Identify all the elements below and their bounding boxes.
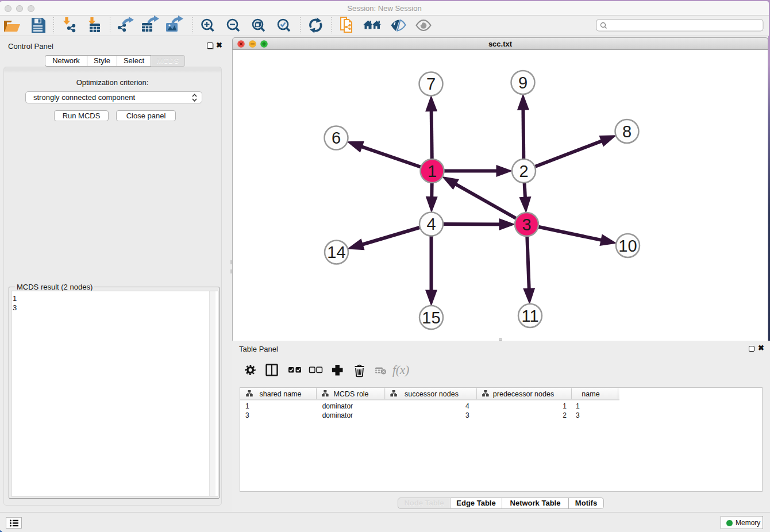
svg-text:1: 1 (563, 402, 567, 410)
svg-text:2: 2 (519, 162, 528, 180)
svg-text:1: 1 (245, 402, 249, 410)
svg-text:2: 2 (563, 411, 567, 419)
svg-text:MCDS role: MCDS role (333, 390, 368, 398)
svg-text:successor nodes: successor nodes (405, 390, 459, 398)
svg-text:1: 1 (576, 402, 580, 410)
svg-text:name: name (582, 390, 599, 398)
svg-text:shared name: shared name (260, 390, 302, 398)
svg-text:3: 3 (465, 411, 469, 419)
svg-text:3: 3 (576, 411, 580, 419)
svg-text:11: 11 (521, 307, 538, 325)
svg-text:3: 3 (522, 215, 531, 234)
svg-text:10: 10 (618, 237, 637, 255)
svg-text:4: 4 (426, 215, 436, 233)
svg-text:dominator: dominator (322, 402, 353, 410)
svg-text:15: 15 (422, 309, 440, 327)
svg-text:14: 14 (327, 243, 345, 261)
svg-text:9: 9 (518, 74, 528, 92)
svg-text:f(x): f(x) (392, 363, 409, 377)
svg-text:predecessor nodes: predecessor nodes (493, 390, 554, 398)
svg-text:6: 6 (332, 129, 341, 147)
svg-text:7: 7 (426, 75, 436, 93)
svg-text:1: 1 (428, 162, 437, 180)
svg-text:3: 3 (245, 411, 249, 419)
svg-text:4: 4 (465, 402, 469, 410)
svg-text:8: 8 (622, 122, 632, 141)
svg-text:dominator: dominator (322, 411, 353, 419)
